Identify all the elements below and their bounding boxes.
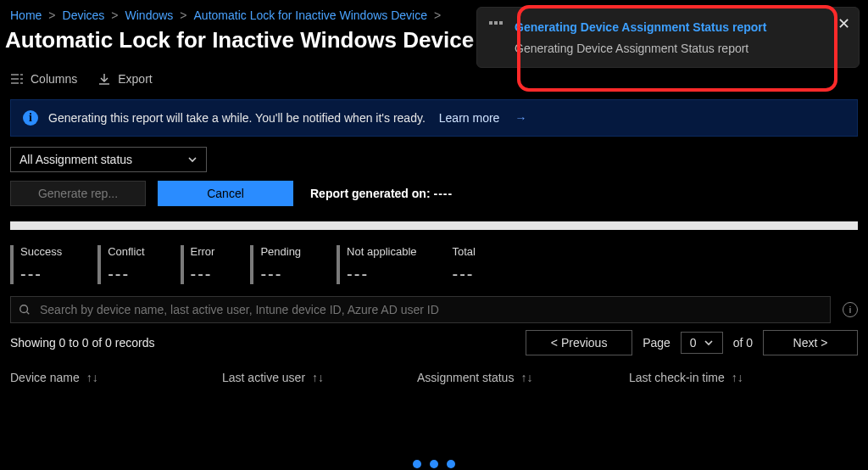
spinner-icon	[489, 21, 503, 25]
stat-na-label: Not applicable	[347, 245, 416, 258]
report-generated-on-value: ----	[433, 187, 453, 200]
stat-pending-value: ---	[260, 265, 301, 284]
search-icon	[18, 303, 31, 316]
col-device-name[interactable]: Device name ↑↓	[10, 371, 222, 384]
info-banner: i Generating this report will take a whi…	[10, 99, 858, 137]
toast-notification: Generating Device Assignment Status repo…	[476, 7, 860, 68]
breadcrumb-policy[interactable]: Automatic Lock for Inactive Windows Devi…	[194, 8, 427, 22]
next-page-button[interactable]: Next >	[763, 330, 858, 355]
pager: Showing 0 to 0 of 0 records < Previous P…	[10, 330, 858, 355]
table-header: Device name ↑↓ Last active user ↑↓ Assig…	[0, 362, 868, 393]
col-device-name-label: Device name	[10, 371, 80, 384]
loading-indicator	[413, 460, 455, 468]
section-divider	[10, 221, 858, 230]
loading-dot	[447, 460, 455, 468]
page-value: 0	[690, 336, 697, 350]
stat-tick	[97, 245, 101, 284]
col-assignment-status[interactable]: Assignment status ↑↓	[417, 371, 629, 384]
sort-icon: ↑↓	[312, 371, 324, 384]
cancel-button[interactable]: Cancel	[158, 181, 293, 206]
col-last-active-user[interactable]: Last active user ↑↓	[222, 371, 417, 384]
loading-dot	[413, 460, 421, 468]
toast-subtitle: Generating Device Assignment Status repo…	[515, 42, 820, 55]
breadcrumb-home[interactable]: Home	[10, 8, 42, 22]
chevron-right-icon: >	[180, 8, 186, 22]
report-generated-on: Report generated on: ----	[310, 187, 453, 200]
sort-icon: ↑↓	[520, 371, 532, 384]
search-row: i	[10, 296, 858, 323]
learn-more-link[interactable]: Learn more	[439, 111, 500, 125]
stat-success-label: Success	[20, 245, 62, 258]
page-select[interactable]: 0	[681, 332, 723, 354]
close-icon[interactable]: ✕	[837, 14, 850, 33]
stat-tick	[10, 245, 14, 284]
stat-error-value: ---	[191, 265, 215, 284]
stat-success-value: ---	[20, 265, 62, 284]
chevron-right-icon: >	[111, 8, 118, 22]
prev-page-button[interactable]: < Previous	[526, 330, 632, 355]
toast-title: Generating Device Assignment Status repo…	[515, 20, 820, 35]
col-assignment-status-label: Assignment status	[417, 371, 514, 384]
info-text: Generating this report will take a while…	[48, 111, 426, 125]
columns-button[interactable]: Columns	[10, 72, 77, 86]
stat-na-value: ---	[347, 265, 416, 284]
info-icon: i	[23, 110, 38, 126]
stat-conflict-value: ---	[108, 265, 144, 284]
columns-icon	[10, 72, 24, 86]
stats-row: Success --- Conflict --- Error --- Pendi…	[10, 245, 858, 284]
stat-error: Error ---	[181, 245, 215, 284]
stat-success: Success ---	[10, 245, 62, 284]
stat-tick	[337, 245, 340, 284]
actions-row: Generate rep... Cancel Report generated …	[10, 181, 858, 206]
stat-error-label: Error	[191, 245, 215, 258]
stat-pending-label: Pending	[260, 245, 301, 258]
record-count: Showing 0 to 0 of 0 records	[10, 336, 154, 350]
stat-tick	[181, 245, 184, 284]
search-input[interactable]	[38, 302, 823, 317]
search-input-wrapper[interactable]	[10, 296, 831, 323]
chevron-right-icon: >	[434, 8, 441, 22]
columns-label: Columns	[31, 72, 77, 86]
col-last-checkin-label: Last check-in time	[629, 371, 725, 384]
chevron-down-icon	[704, 338, 714, 348]
breadcrumb-windows[interactable]: Windows	[125, 8, 174, 22]
stat-total: Total ---	[453, 245, 476, 284]
export-button[interactable]: Export	[97, 72, 152, 86]
info-help-icon[interactable]: i	[843, 302, 858, 317]
toolbar: Columns Export	[0, 69, 868, 89]
page-label: Page	[643, 336, 670, 350]
col-last-active-user-label: Last active user	[222, 371, 305, 384]
col-last-checkin[interactable]: Last check-in time ↑↓	[629, 371, 841, 384]
arrow-right-icon: →	[515, 111, 526, 125]
assignment-status-selected: All Assignment status	[19, 153, 132, 166]
stat-tick	[250, 245, 253, 284]
stat-total-value: ---	[453, 265, 476, 284]
sort-icon: ↑↓	[732, 371, 743, 384]
export-label: Export	[118, 72, 152, 86]
filter-row: All Assignment status	[10, 147, 858, 172]
sort-icon: ↑↓	[86, 371, 98, 384]
chevron-down-icon	[187, 154, 198, 165]
stat-total-label: Total	[453, 245, 476, 258]
svg-point-6	[20, 305, 28, 313]
stat-conflict-label: Conflict	[108, 245, 144, 258]
stat-pending: Pending ---	[250, 245, 301, 284]
stat-conflict: Conflict ---	[97, 245, 144, 284]
generate-report-button[interactable]: Generate rep...	[10, 181, 146, 206]
loading-dot	[430, 460, 438, 468]
page-of-label: of 0	[733, 336, 753, 350]
assignment-status-select[interactable]: All Assignment status	[10, 147, 207, 172]
breadcrumb-devices[interactable]: Devices	[63, 8, 105, 22]
report-generated-on-label: Report generated on:	[310, 187, 431, 200]
stat-not-applicable: Not applicable ---	[337, 245, 416, 284]
download-icon	[97, 72, 111, 86]
chevron-right-icon: >	[48, 8, 55, 22]
